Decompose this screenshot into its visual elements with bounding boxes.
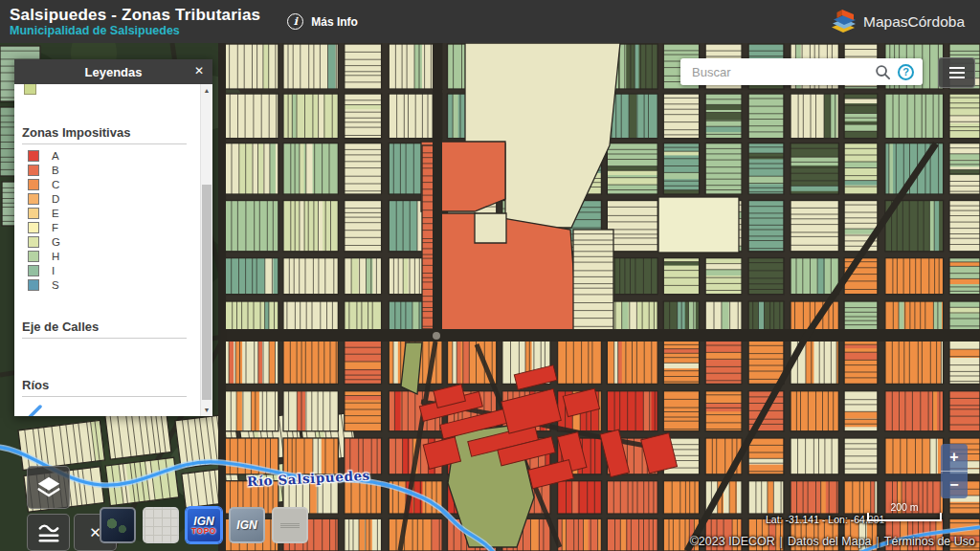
river-line-symbol — [24, 404, 47, 416]
basemap-thumbnails: IGN TOPO IGN — [100, 507, 308, 543]
legend-header: Leyendas ✕ — [14, 59, 212, 84]
scroll-down-icon[interactable]: ▼ — [201, 407, 212, 413]
more-info-label: Más Info — [311, 15, 358, 29]
title-block: Salsipuedes - Zonas Tributarias Municipa… — [0, 6, 260, 38]
approx-equal-icon — [35, 521, 62, 544]
scale-label: 200 m — [867, 501, 942, 513]
legend-zone-item: H — [14, 249, 212, 263]
page-title: Salsipuedes - Zonas Tributarias — [10, 6, 260, 24]
legend-zone-label: A — [52, 150, 59, 162]
legend-section-zones: Zonas Impositivas — [22, 125, 187, 144]
terms-link[interactable]: Términos de Uso — [884, 535, 975, 548]
legend-zone-swatch — [28, 265, 39, 276]
legend-close-icon[interactable]: ✕ — [194, 64, 204, 77]
brand-name: MapasCórdoba — [863, 13, 965, 31]
ign-label: IGN — [236, 519, 256, 531]
legend-zone-label: S — [52, 279, 59, 291]
legend-zone-swatch — [28, 279, 39, 291]
basemap-thumb-ign[interactable]: IGN — [229, 507, 265, 543]
legend-scrollbar[interactable]: ▲ ▼ — [200, 84, 212, 416]
zoom-control: + − — [941, 444, 968, 498]
mapascordoba-logo-icon — [831, 10, 857, 33]
basemap-thumb-ign-topo[interactable]: IGN TOPO — [186, 507, 222, 543]
legend-scrollbar-thumb[interactable] — [202, 185, 212, 400]
more-info-button[interactable]: i Más Info — [287, 13, 358, 30]
basemap-thumb-gray-map[interactable] — [143, 507, 179, 543]
basemap-thumb-plain[interactable] — [272, 507, 308, 543]
topo-label: TOPO — [191, 527, 216, 536]
basemap-thumb-satellite[interactable] — [100, 507, 136, 543]
legend-zone-item: E — [14, 206, 212, 220]
copyright-text: ©2023 IDECOR — [690, 535, 775, 548]
legend-zone-item: F — [14, 220, 212, 234]
legend-zone-item: S — [14, 277, 212, 292]
legend-zone-label: F — [52, 222, 58, 233]
legend-partial-swatch — [24, 84, 36, 95]
zoom-in-button[interactable]: + — [941, 444, 968, 472]
legend-title: Leyendas — [14, 65, 212, 79]
legend-zone-label: I — [52, 265, 55, 276]
search-box: ? — [680, 58, 923, 85]
legend-zone-item: A — [14, 148, 212, 163]
legend-zone-item: G — [14, 234, 212, 249]
legend-zone-label: G — [52, 236, 60, 248]
legend-zone-swatch — [28, 150, 39, 162]
layers-button[interactable] — [27, 466, 70, 509]
legend-zone-label: C — [52, 179, 59, 190]
map-data-link[interactable]: Datos del Mapa — [788, 535, 872, 548]
legend-zone-label: B — [52, 165, 59, 176]
scale-bar: 200 m — [867, 501, 942, 521]
zoom-out-button[interactable]: − — [941, 472, 968, 498]
legend-zone-label: H — [52, 251, 59, 262]
scale-line — [867, 513, 942, 521]
legend-body: Zonas Impositivas ABCDEFGHIS Eje de Call… — [14, 84, 212, 416]
legend-zone-label: D — [52, 193, 59, 205]
legend-zone-item: D — [14, 191, 212, 206]
search-input[interactable] — [690, 64, 875, 80]
legend-zone-swatch — [28, 208, 39, 219]
legend-zone-swatch — [28, 165, 39, 176]
legend-section-rivers: Ríos — [22, 378, 187, 397]
legend-zone-swatch — [28, 236, 39, 248]
legend-section-streets: Eje de Calles — [22, 320, 187, 339]
legend-zone-item: C — [14, 177, 212, 191]
search-icon[interactable] — [875, 64, 891, 80]
legend-zone-item: B — [14, 163, 212, 177]
brand-logo[interactable]: MapasCórdoba — [831, 10, 965, 33]
legend-zone-swatch — [28, 179, 39, 190]
legend-zone-swatch — [28, 251, 39, 262]
layers-icon — [34, 474, 63, 502]
legend-zone-item: I — [14, 263, 212, 277]
legend-zones-list: ABCDEFGHIS — [14, 148, 212, 292]
scroll-up-icon[interactable]: ▲ — [201, 87, 212, 94]
legend-zone-label: E — [52, 208, 59, 219]
hamburger-icon — [949, 72, 965, 74]
legend-zone-swatch — [28, 193, 39, 205]
basemap-compare-button[interactable] — [27, 514, 70, 551]
legend-panel: Leyendas ✕ Zonas Impositivas ABCDEFGHIS … — [14, 59, 212, 416]
help-icon[interactable]: ? — [898, 64, 914, 80]
page-subtitle: Municipalidad de Salsipuedes — [10, 24, 260, 38]
menu-button[interactable] — [938, 57, 975, 88]
info-icon: i — [287, 13, 303, 30]
ign-topo-label: IGN — [193, 516, 213, 527]
top-bar: Salsipuedes - Zonas Tributarias Municipa… — [0, 0, 980, 43]
legend-zone-swatch — [28, 222, 39, 233]
app-root: Río Salsipuedes Salsipuedes - Zonas Trib… — [0, 0, 980, 551]
attribution: ©2023 IDECOR|Datos del Mapa|Términos de … — [690, 535, 975, 548]
